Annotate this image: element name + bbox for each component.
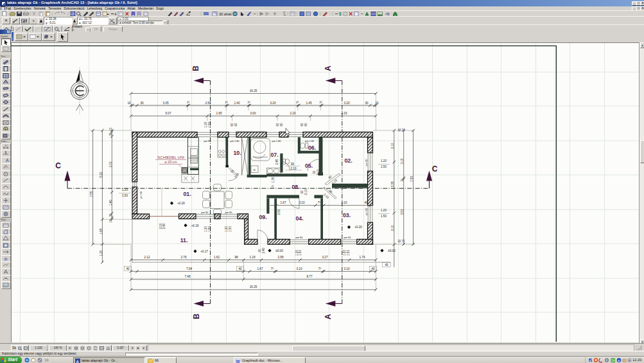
svg-text:10: 10 (109, 219, 112, 223)
svg-text:60: 60 (398, 128, 401, 132)
svg-text:A: A (76, 359, 80, 363)
svg-text:2.10: 2.10 (304, 189, 308, 195)
svg-text:B: B (192, 314, 201, 319)
svg-text:C: C (432, 164, 438, 173)
svg-text:7.55: 7.55 (90, 191, 93, 197)
svg-text:+0.20: +0.20 (177, 202, 185, 205)
svg-text:1.20: 1.20 (381, 159, 387, 163)
svg-text:1.50: 1.50 (229, 226, 232, 232)
svg-text:10: 10 (375, 102, 379, 105)
svg-text:60: 60 (276, 123, 279, 127)
svg-text:2.10: 2.10 (391, 143, 394, 148)
svg-text:1.18: 1.18 (250, 256, 256, 259)
svg-text:34: 34 (611, 359, 615, 362)
svg-text:1.67: 1.67 (281, 201, 286, 204)
svg-text:SCHIEDEL UNI: SCHIEDEL UNI (157, 155, 184, 159)
svg-text:75: 75 (318, 267, 322, 270)
svg-text:C: C (55, 161, 61, 170)
svg-text:60: 60 (234, 123, 238, 127)
svg-text:w: w (254, 168, 256, 172)
svg-text:3.10: 3.10 (342, 201, 347, 204)
svg-text:7.55: 7.55 (410, 176, 413, 182)
svg-text:2.58: 2.58 (278, 256, 284, 259)
svg-text:1.50: 1.50 (208, 121, 211, 127)
svg-text:08.: 08. (292, 184, 299, 190)
svg-text:3.20: 3.20 (344, 102, 350, 105)
svg-text:5.90: 5.90 (100, 172, 103, 177)
svg-text:30: 30 (140, 102, 144, 105)
svg-text:2.40: 2.40 (162, 223, 166, 229)
svg-text:1.50: 1.50 (347, 250, 350, 256)
svg-text:40: 40 (371, 267, 375, 270)
svg-text:2.20: 2.20 (290, 112, 296, 115)
svg-text:pm 90: pm 90 (365, 208, 368, 215)
svg-text:+0.17: +0.17 (200, 250, 208, 253)
svg-text:B: B (191, 66, 200, 71)
svg-text:10: 10 (109, 127, 112, 131)
svg-text:75: 75 (272, 185, 275, 188)
svg-text:8.77: 8.77 (307, 275, 313, 278)
svg-text:98: 98 (234, 256, 238, 259)
svg-text:1.40: 1.40 (234, 102, 240, 105)
svg-text:pm 1.80: pm 1.80 (272, 139, 281, 143)
svg-text:1.50: 1.50 (122, 194, 128, 197)
svg-text:90: 90 (300, 190, 304, 194)
svg-text:16.25: 16.25 (250, 285, 257, 288)
svg-text:A: A (324, 66, 333, 71)
svg-text:06.: 06. (308, 145, 316, 151)
svg-text:3.20: 3.20 (270, 102, 276, 105)
svg-text:16.25: 16.25 (250, 89, 257, 93)
svg-text:1.20: 1.20 (204, 226, 207, 232)
svg-text:75: 75 (247, 101, 250, 104)
svg-text:75: 75 (318, 201, 321, 204)
svg-text:pm 1.80: pm 1.80 (305, 139, 315, 143)
svg-text:A: A (324, 314, 333, 319)
svg-text:1.74: 1.74 (360, 256, 365, 259)
svg-text:01.: 01. (183, 191, 191, 197)
svg-text:3.35: 3.35 (163, 102, 169, 105)
svg-text:60: 60 (300, 123, 304, 127)
svg-text:5.07: 5.07 (166, 112, 171, 115)
svg-text:2.10: 2.10 (391, 225, 394, 231)
svg-text:90: 90 (291, 163, 295, 166)
svg-text:+0.19: +0.19 (191, 224, 199, 227)
svg-text:pm 90: pm 90 (201, 211, 209, 214)
svg-text:02.: 02. (344, 157, 352, 164)
svg-text:30: 30 (365, 102, 369, 105)
svg-text:3.15: 3.15 (401, 158, 404, 164)
svg-text:1.65: 1.65 (100, 228, 103, 234)
svg-text:±0.00: ±0.00 (275, 249, 283, 252)
svg-text:1.50: 1.50 (381, 215, 387, 218)
svg-text:3.53: 3.53 (401, 209, 404, 215)
svg-text:3.27: 3.27 (322, 256, 328, 259)
svg-text:1.65: 1.65 (216, 112, 222, 115)
svg-text:2.82: 2.82 (277, 209, 281, 215)
svg-text:e: e (618, 358, 620, 362)
svg-text:ø 20 cm: ø 20 cm (164, 160, 177, 164)
svg-text:pm 90: pm 90 (365, 159, 368, 166)
svg-text:2.12: 2.12 (144, 256, 150, 259)
svg-text:1.35: 1.35 (272, 177, 275, 182)
svg-text:75: 75 (230, 169, 234, 173)
svg-text:1.20: 1.20 (381, 209, 387, 212)
svg-text:1.20: 1.20 (225, 226, 228, 232)
svg-text:+0.20: +0.20 (354, 226, 362, 229)
svg-text:07.: 07. (270, 152, 278, 158)
svg-text:pm 1.80: pm 1.80 (230, 139, 239, 143)
svg-text:1.62: 1.62 (214, 256, 220, 259)
svg-text:1.50: 1.50 (381, 165, 387, 168)
svg-text:60: 60 (280, 123, 283, 127)
svg-text:1.40: 1.40 (109, 200, 112, 206)
svg-text:40: 40 (238, 267, 242, 270)
svg-text:3.70: 3.70 (109, 161, 112, 167)
svg-text:1.20: 1.20 (204, 121, 207, 127)
svg-text:pm 90: pm 90 (139, 191, 143, 199)
svg-text:2.10: 2.10 (317, 169, 320, 175)
svg-text:1.20: 1.20 (343, 250, 346, 256)
svg-text:1.20: 1.20 (295, 250, 299, 256)
svg-text:10: 10 (402, 239, 405, 243)
svg-text:75: 75 (271, 267, 274, 270)
svg-text:2.50: 2.50 (205, 102, 211, 105)
svg-text:90: 90 (313, 170, 316, 174)
svg-text:2.40: 2.40 (262, 247, 265, 253)
